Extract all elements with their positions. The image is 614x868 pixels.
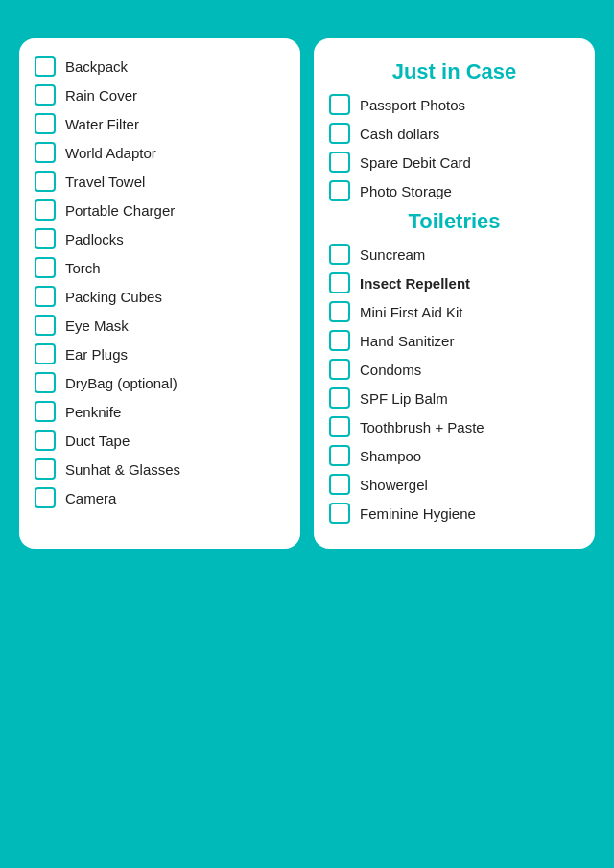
item-label: Passport Photos bbox=[360, 97, 465, 113]
checkbox[interactable] bbox=[35, 56, 56, 77]
checkbox[interactable] bbox=[35, 142, 56, 163]
checkbox[interactable] bbox=[329, 180, 350, 201]
item-label: Shampoo bbox=[360, 448, 421, 464]
list-item: Torch bbox=[35, 257, 285, 278]
checkbox[interactable] bbox=[329, 272, 350, 293]
section-title: Toiletries bbox=[329, 209, 579, 234]
list-item: Condoms bbox=[329, 359, 579, 380]
item-label: Penknife bbox=[65, 404, 121, 420]
right-column: Just in CasePassport PhotosCash dollarsS… bbox=[314, 38, 595, 549]
item-label: DryBag (optional) bbox=[65, 375, 177, 391]
item-label: Packing Cubes bbox=[65, 289, 162, 305]
list-item: Insect Repellent bbox=[329, 272, 579, 293]
checkbox[interactable] bbox=[35, 257, 56, 278]
list-item: Cash dollars bbox=[329, 123, 579, 144]
list-item: Feminine Hygiene bbox=[329, 503, 579, 524]
list-item: Travel Towel bbox=[35, 171, 285, 192]
item-label: Torch bbox=[65, 260, 101, 276]
item-label: Insect Repellent bbox=[360, 275, 470, 292]
list-item: DryBag (optional) bbox=[35, 372, 285, 393]
checkbox[interactable] bbox=[35, 199, 56, 221]
list-item: Sunhat & Glasses bbox=[35, 458, 285, 480]
item-label: Suncream bbox=[360, 246, 425, 263]
checkbox[interactable] bbox=[35, 458, 56, 480]
checkbox[interactable] bbox=[329, 503, 350, 524]
checkbox[interactable] bbox=[35, 430, 56, 451]
checkbox[interactable] bbox=[329, 416, 350, 437]
list-item: Passport Photos bbox=[329, 94, 579, 115]
checkbox[interactable] bbox=[329, 301, 350, 322]
item-label: Showergel bbox=[360, 477, 428, 493]
checkbox[interactable] bbox=[35, 113, 56, 134]
item-label: Cash dollars bbox=[360, 126, 439, 142]
checkbox[interactable] bbox=[35, 343, 56, 364]
checkbox[interactable] bbox=[35, 372, 56, 393]
item-label: World Adaptor bbox=[65, 145, 156, 161]
item-label: Portable Charger bbox=[65, 202, 175, 219]
checkbox[interactable] bbox=[329, 123, 350, 144]
list-item: Spare Debit Card bbox=[329, 152, 579, 173]
list-item: Portable Charger bbox=[35, 199, 285, 221]
checkbox[interactable] bbox=[329, 244, 350, 265]
list-item: World Adaptor bbox=[35, 142, 285, 163]
item-label: Ear Plugs bbox=[65, 346, 128, 363]
item-label: Photo Storage bbox=[360, 183, 452, 199]
list-item: SPF Lip Balm bbox=[329, 387, 579, 409]
item-label: Sunhat & Glasses bbox=[65, 461, 180, 478]
list-item: Photo Storage bbox=[329, 180, 579, 201]
list-item: Shampoo bbox=[329, 445, 579, 466]
item-label: Duct Tape bbox=[65, 433, 130, 449]
list-item: Duct Tape bbox=[35, 430, 285, 451]
list-item: Padlocks bbox=[35, 228, 285, 249]
item-label: Padlocks bbox=[65, 231, 124, 247]
checkbox[interactable] bbox=[35, 487, 56, 508]
list-item: Camera bbox=[35, 487, 285, 508]
checkbox[interactable] bbox=[35, 286, 56, 307]
list-item: Penknife bbox=[35, 401, 285, 422]
list-item: Showergel bbox=[329, 474, 579, 495]
item-label: Travel Towel bbox=[65, 174, 145, 190]
item-label: Spare Debit Card bbox=[360, 154, 471, 171]
checkbox[interactable] bbox=[35, 315, 56, 336]
list-item: Toothbrush + Paste bbox=[329, 416, 579, 437]
checkbox[interactable] bbox=[329, 94, 350, 115]
checkbox[interactable] bbox=[329, 152, 350, 173]
item-label: Water Filter bbox=[65, 116, 139, 132]
item-label: SPF Lip Balm bbox=[360, 390, 448, 407]
list-item: Hand Sanitizer bbox=[329, 330, 579, 351]
item-label: Hand Sanitizer bbox=[360, 333, 454, 349]
list-item: Mini First Aid Kit bbox=[329, 301, 579, 322]
list-item: Ear Plugs bbox=[35, 343, 285, 364]
checkbox[interactable] bbox=[35, 401, 56, 422]
checkbox[interactable] bbox=[329, 445, 350, 466]
checkbox[interactable] bbox=[329, 330, 350, 351]
checkbox[interactable] bbox=[329, 387, 350, 409]
left-column: BackpackRain CoverWater FilterWorld Adap… bbox=[19, 38, 300, 549]
list-item: Water Filter bbox=[35, 113, 285, 134]
item-label: Backpack bbox=[65, 59, 128, 75]
item-label: Mini First Aid Kit bbox=[360, 304, 463, 320]
checkbox[interactable] bbox=[35, 84, 56, 106]
item-label: Condoms bbox=[360, 362, 421, 378]
checkbox[interactable] bbox=[329, 474, 350, 495]
list-item: Suncream bbox=[329, 244, 579, 265]
checkbox[interactable] bbox=[329, 359, 350, 380]
list-item: Eye Mask bbox=[35, 315, 285, 336]
section-title: Just in Case bbox=[329, 59, 579, 84]
item-label: Camera bbox=[65, 490, 116, 506]
checkbox[interactable] bbox=[35, 171, 56, 192]
item-label: Feminine Hygiene bbox=[360, 505, 476, 522]
item-label: Eye Mask bbox=[65, 317, 129, 334]
list-item: Rain Cover bbox=[35, 84, 285, 106]
list-item: Backpack bbox=[35, 56, 285, 77]
item-label: Rain Cover bbox=[65, 87, 137, 104]
list-item: Packing Cubes bbox=[35, 286, 285, 307]
item-label: Toothbrush + Paste bbox=[360, 419, 484, 435]
columns-wrapper: BackpackRain CoverWater FilterWorld Adap… bbox=[19, 38, 595, 549]
checkbox[interactable] bbox=[35, 228, 56, 249]
